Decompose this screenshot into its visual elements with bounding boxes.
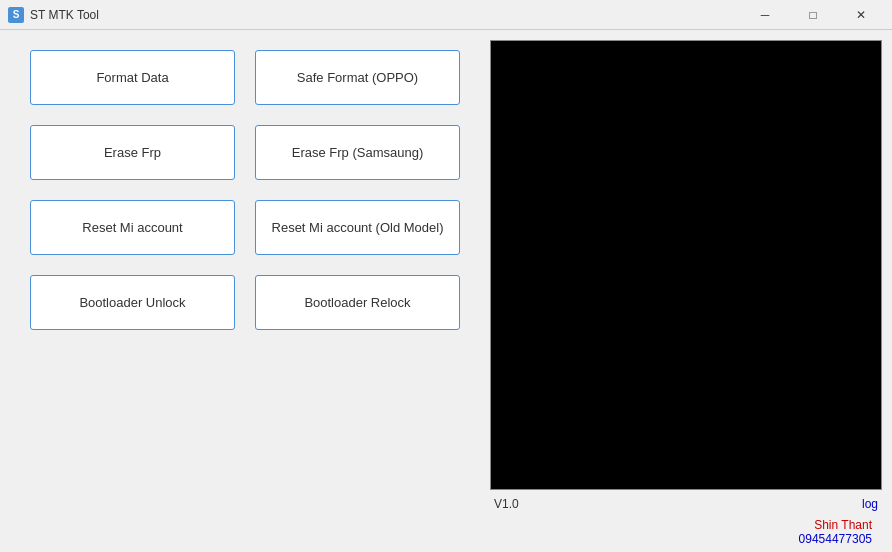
maximize-button[interactable]: □	[790, 0, 836, 30]
close-button[interactable]: ✕	[838, 0, 884, 30]
reset-mi-account-old-button[interactable]: Reset Mi account (Old Model)	[255, 200, 460, 255]
reset-mi-account-button[interactable]: Reset Mi account	[30, 200, 235, 255]
author-name: Shin Thant	[490, 518, 872, 532]
right-panel: V1.0 log Shin Thant 09454477305	[490, 30, 892, 552]
bootloader-unlock-button[interactable]: Bootloader Unlock	[30, 275, 235, 330]
bootloader-relock-button[interactable]: Bootloader Relock	[255, 275, 460, 330]
title-bar-left: S ST MTK Tool	[8, 7, 99, 23]
app-icon: S	[8, 7, 24, 23]
button-row-3: Reset Mi account Reset Mi account (Old M…	[30, 200, 460, 255]
safe-format-oppo-button[interactable]: Safe Format (OPPO)	[255, 50, 460, 105]
window-controls: ─ □ ✕	[742, 0, 884, 30]
title-bar: S ST MTK Tool ─ □ ✕	[0, 0, 892, 30]
button-row-4: Bootloader Unlock Bootloader Relock	[30, 275, 460, 330]
main-content: Format Data Safe Format (OPPO) Erase Frp…	[0, 30, 892, 552]
minimize-button[interactable]: ─	[742, 0, 788, 30]
button-row-1: Format Data Safe Format (OPPO)	[30, 50, 460, 105]
output-screen	[490, 40, 882, 490]
version-label: V1.0	[494, 497, 519, 511]
author-contact: 09454477305	[490, 532, 872, 546]
button-row-2: Erase Frp Erase Frp (Samsaung)	[30, 125, 460, 180]
log-link[interactable]: log	[862, 497, 878, 511]
format-data-button[interactable]: Format Data	[30, 50, 235, 105]
status-bar: V1.0 log	[490, 490, 882, 518]
erase-frp-samsung-button[interactable]: Erase Frp (Samsaung)	[255, 125, 460, 180]
footer-credit: Shin Thant 09454477305	[490, 518, 882, 552]
left-panel: Format Data Safe Format (OPPO) Erase Frp…	[0, 30, 490, 552]
erase-frp-button[interactable]: Erase Frp	[30, 125, 235, 180]
app-title: ST MTK Tool	[30, 8, 99, 22]
